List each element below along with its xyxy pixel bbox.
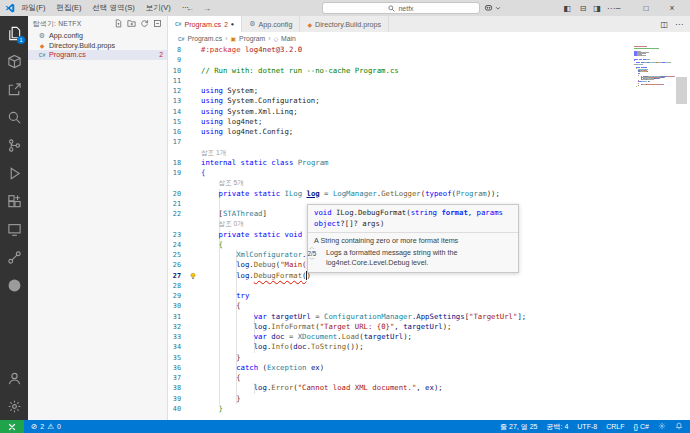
codelens-reference[interactable]: 참조 5개	[168, 178, 690, 188]
code-line[interactable]: 40 }	[168, 404, 690, 414]
gutter	[181, 240, 201, 250]
code-line[interactable]: 19{	[168, 168, 690, 178]
activity-extensions[interactable]	[0, 187, 28, 215]
line-number: 13	[168, 96, 181, 106]
status-right: 줄 27, 열 25공백: 4UTF-8CRLF{} C#	[500, 422, 690, 432]
code-line[interactable]: 34 log.Info(doc.ToString());	[168, 342, 690, 352]
activity-explorer[interactable]: 1	[0, 19, 28, 47]
codelens-reference[interactable]: 참조 1개	[168, 148, 690, 158]
code-line[interactable]: 17	[168, 137, 690, 147]
tab-program-cs[interactable]: C#Program.cs2●	[168, 16, 242, 32]
modified-dot-icon[interactable]: ●	[231, 21, 234, 27]
[object Object]-icon[interactable]: ◫	[660, 20, 668, 29]
close-button[interactable]: ×	[663, 0, 681, 16]
activity-settings[interactable]	[0, 392, 28, 420]
toggle-primary-sidebar-icon[interactable]: ◧	[560, 0, 574, 16]
code-line[interactable]: 13using System.Configuration;	[168, 96, 690, 106]
file-item[interactable]: C#Program.cs2	[28, 50, 167, 60]
pager-down-icon[interactable]: ﹀	[305, 257, 319, 262]
code-line[interactable]: 33 var doc = XDocument.Load(targetUrl);	[168, 332, 690, 342]
remote-indicator[interactable]	[0, 420, 24, 433]
package-icon	[7, 54, 22, 69]
gutter	[181, 117, 201, 127]
minimize-button[interactable]: –	[609, 0, 627, 16]
nav-forward-icon[interactable]: →	[203, 4, 211, 13]
tab-directory-build-props[interactable]: ◆Directory.Build.props	[300, 16, 389, 32]
code-line[interactable]: 28	[168, 281, 690, 291]
menu-item[interactable]: 선택 영역(S)	[93, 3, 135, 13]
[object Object]-icon[interactable]: ⋯	[675, 20, 683, 29]
activity-account[interactable]	[0, 364, 28, 392]
gutter	[181, 158, 201, 168]
code-line[interactable]: 32 log.InfoFormat("Target URL: {0}", tar…	[168, 322, 690, 332]
code-line[interactable]: 37 {	[168, 373, 690, 383]
copilot-button[interactable]	[484, 2, 501, 13]
activity-github[interactable]	[0, 271, 28, 299]
collapse-all-button[interactable]	[153, 19, 162, 29]
code-line[interactable]: 35 }	[168, 353, 690, 363]
tabbar-actions: ◫⋯	[660, 16, 690, 32]
explorer-actions	[114, 19, 162, 29]
activity-package[interactable]	[0, 47, 28, 75]
activity-badge: 1	[17, 36, 25, 44]
code-line[interactable]: 11	[168, 76, 690, 86]
indentation[interactable]: 공백: 4	[547, 422, 569, 432]
cursor-position[interactable]: 줄 27, 열 25	[500, 422, 537, 432]
code-line[interactable]: 31 var targetUrl = ConfigurationManager.…	[168, 312, 690, 322]
breadcrumb-item[interactable]: Main	[281, 35, 296, 42]
code-line[interactable]: 10// Run with: dotnet run --no-cache Pro…	[168, 66, 690, 76]
new-file-button[interactable]	[114, 19, 123, 29]
notifications-button[interactable]	[675, 422, 683, 431]
code-line[interactable]: 15using log4net;	[168, 117, 690, 127]
tab-app-config[interactable]: ⚙App.config	[242, 16, 300, 32]
activity-run-debug[interactable]	[0, 159, 28, 187]
code-line[interactable]: 20 private static ILog log = LogManager.…	[168, 189, 690, 199]
csharp-status-button[interactable]	[658, 422, 666, 431]
problems-status[interactable]: ⊘ 2 ⚠ 0	[31, 422, 61, 431]
toggle-panel-icon[interactable]: ⊟	[576, 0, 590, 16]
code-line[interactable]: 8#:package log4net@3.2.0	[168, 45, 690, 55]
eol[interactable]: CRLF	[606, 423, 624, 430]
gutter	[181, 76, 201, 86]
toggle-secondary-sidebar-icon[interactable]: ◨	[590, 0, 604, 16]
code-line[interactable]: 12using System;	[168, 86, 690, 96]
refresh-button[interactable]	[140, 19, 149, 29]
gutter	[181, 66, 201, 76]
code-line[interactable]: 39 }	[168, 394, 690, 404]
command-center-search[interactable]: netfx	[322, 2, 480, 14]
file-item[interactable]: ◆Directory.Build.props	[28, 41, 167, 51]
activity-source-control[interactable]	[0, 131, 28, 159]
search-icon	[388, 5, 395, 12]
lightbulb-icon[interactable]	[189, 272, 197, 280]
line-number: 18	[168, 158, 181, 168]
signature-help-tooltip: void ILog.DebugFormat(string format, par…	[307, 204, 519, 273]
activity-live-preview[interactable]	[0, 215, 28, 243]
code-line[interactable]: 38 log.Error("Cannot load XML document."…	[168, 383, 690, 393]
new-folder-button[interactable]	[127, 19, 136, 29]
maximize-button[interactable]: □	[637, 0, 655, 16]
breadcrumb-separator: ›	[225, 35, 227, 42]
code-line[interactable]: 29 try	[168, 291, 690, 301]
activity-export[interactable]	[0, 75, 28, 103]
code-line[interactable]: 36 catch (Exception ex)	[168, 363, 690, 373]
breadcrumb-item[interactable]: Program	[239, 35, 265, 42]
menu-item[interactable]: 파일(F)	[21, 3, 46, 13]
file-item[interactable]: ⚙App.config	[28, 31, 167, 41]
minimap[interactable]	[634, 46, 676, 87]
language-mode[interactable]: {} C#	[633, 423, 649, 430]
code-line[interactable]: 30 {	[168, 301, 690, 311]
code-line[interactable]: 14using System.Xml.Linq;	[168, 107, 690, 117]
encoding[interactable]: UTF-8	[577, 423, 597, 430]
code-line[interactable]: 16using log4net.Config;	[168, 127, 690, 137]
activity-references[interactable]	[0, 243, 28, 271]
activity-search[interactable]	[0, 103, 28, 131]
nav-back-icon[interactable]: ←	[186, 4, 194, 13]
scrollbar-thumb[interactable]	[676, 77, 687, 104]
breadcrumb: C#Program.cs›▣Program›◇Main	[168, 32, 690, 45]
breadcrumb-item[interactable]: Program.cs	[187, 35, 222, 42]
menu-item[interactable]: 보기(V)	[146, 3, 171, 13]
doc-line-primary: A String containing zero or more format …	[314, 236, 512, 246]
code-line[interactable]: 9	[168, 55, 690, 65]
code-line[interactable]: 18internal static class Program	[168, 158, 690, 168]
menu-item[interactable]: 편집(E)	[57, 3, 82, 13]
